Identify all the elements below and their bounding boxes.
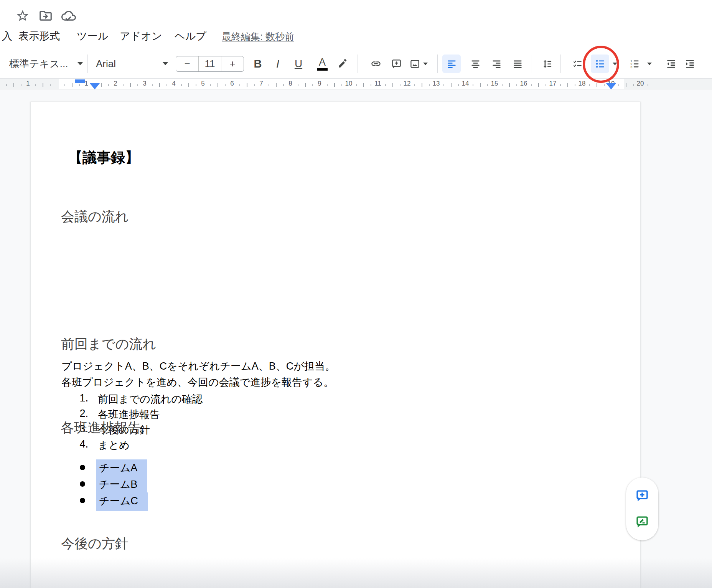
link-icon xyxy=(371,58,381,69)
menu-help[interactable]: ヘルプ xyxy=(175,29,206,43)
paragraph-style-dropdown[interactable]: 標準テキス... xyxy=(9,55,83,73)
font-dropdown[interactable]: Arial xyxy=(96,55,168,73)
decrease-indent-button[interactable] xyxy=(662,55,680,73)
move-folder-icon[interactable] xyxy=(38,8,53,23)
list-text: まとめ xyxy=(98,438,130,452)
ruler-number: 2 xyxy=(114,80,117,88)
underline-button[interactable]: U xyxy=(289,55,308,73)
bold-glyph: B xyxy=(254,58,262,70)
ruler-tick xyxy=(633,84,634,86)
toolbar-divider xyxy=(706,55,706,73)
ruler-tick xyxy=(108,84,109,86)
italic-button[interactable]: I xyxy=(269,55,287,73)
text-color-button[interactable]: A xyxy=(313,55,331,73)
paragraph-line[interactable]: 各班プロジェクトを進め、今回の会議で進捗を報告する。 xyxy=(61,374,334,390)
decrease-font-size-button[interactable]: − xyxy=(176,56,198,71)
ruler-tick xyxy=(363,83,364,87)
bullet-icon xyxy=(80,481,85,487)
menu-format[interactable]: 表示形式 xyxy=(18,29,60,43)
numbered-list-button[interactable]: 123 xyxy=(625,55,644,73)
font-value: Arial xyxy=(96,58,116,70)
ruler-tick xyxy=(181,84,182,86)
ruler-number: 3 xyxy=(143,80,146,88)
add-comment-button[interactable] xyxy=(387,55,405,73)
numbered-list-menu-arrow[interactable] xyxy=(646,55,653,73)
document-page[interactable]: 【議事録】 会議の流れ 1. 前回までの流れの確認 2. 各班進捗報告 3. 今… xyxy=(31,102,640,588)
ruler-number: 14 xyxy=(462,80,469,88)
ruler-tick xyxy=(473,84,473,86)
align-left-button[interactable] xyxy=(442,55,461,73)
ruler-tick xyxy=(429,84,430,86)
ruler-tick xyxy=(239,84,240,86)
align-center-button[interactable] xyxy=(466,55,485,73)
bold-button[interactable]: B xyxy=(249,55,267,73)
justify-button[interactable] xyxy=(508,55,527,73)
ruler-tick xyxy=(567,83,568,87)
ruler[interactable]: 11234567891011121314151617181920 xyxy=(0,78,712,89)
ruler-tick xyxy=(305,83,306,87)
right-indent-marker[interactable] xyxy=(606,83,616,89)
ruler-tick xyxy=(312,84,313,86)
ruler-tick xyxy=(283,84,284,86)
doc-title[interactable]: 【議事録】 xyxy=(68,148,139,167)
ruler-tick xyxy=(159,83,160,87)
chevron-down-icon xyxy=(613,63,617,65)
ruler-tick xyxy=(247,83,247,87)
toolbar-divider xyxy=(358,55,358,73)
highlight-color-button[interactable] xyxy=(334,55,352,73)
insert-link-button[interactable] xyxy=(367,55,385,73)
cloud-check-icon[interactable] xyxy=(61,8,76,23)
menu-tools[interactable]: ツール xyxy=(77,29,108,43)
heading-previous[interactable]: 前回までの流れ xyxy=(61,335,156,353)
insert-image-icon xyxy=(410,59,420,69)
chevron-down-icon xyxy=(77,62,83,65)
ruler-tick xyxy=(152,84,153,86)
ruler-number: 5 xyxy=(201,80,204,88)
ruler-number: 16 xyxy=(520,80,527,88)
ruler-tick xyxy=(101,83,102,87)
ruler-tick xyxy=(385,84,386,86)
increase-indent-button[interactable] xyxy=(681,55,699,73)
ruler-tick xyxy=(35,84,36,86)
ruler-tick xyxy=(269,84,269,86)
menu-addons[interactable]: アドオン xyxy=(120,29,162,43)
menu-insert-partial[interactable]: 入 xyxy=(2,29,12,43)
heading-progress[interactable]: 各班進捗報告 xyxy=(61,419,141,437)
paragraph-line[interactable]: プロジェクトA、B、CをそれぞれチームA、B、Cが担当。 xyxy=(61,358,335,374)
checklist-button[interactable] xyxy=(568,55,587,73)
bulleted-list-button[interactable] xyxy=(591,55,609,73)
add-comment-float-button[interactable] xyxy=(633,487,651,505)
chevron-down-icon xyxy=(163,62,168,65)
align-right-button[interactable] xyxy=(487,55,506,73)
star-icon[interactable] xyxy=(15,8,30,23)
toolbar: 標準テキス... Arial − 11 + B I U A xyxy=(0,49,712,78)
ruler-tick xyxy=(276,83,277,87)
ruler-tick xyxy=(487,84,488,86)
ruler-tick xyxy=(422,83,422,87)
ruler-number: 15 xyxy=(491,80,498,88)
floating-comment-pill xyxy=(626,477,658,540)
ruler-tick xyxy=(502,84,503,86)
ruler-tick xyxy=(72,83,73,87)
ruler-tick xyxy=(538,83,539,87)
suggest-edits-button[interactable] xyxy=(633,513,651,531)
heading-policy[interactable]: 今後の方針 xyxy=(61,535,129,553)
toolbar-divider xyxy=(437,55,438,73)
font-size-value[interactable]: 11 xyxy=(198,56,221,71)
insert-image-button[interactable] xyxy=(404,55,433,73)
ruler-tick xyxy=(225,84,226,86)
first-line-indent-marker[interactable] xyxy=(90,83,100,89)
italic-glyph: I xyxy=(276,58,279,70)
left-indent-marker[interactable] xyxy=(75,79,85,83)
increase-font-size-button[interactable]: + xyxy=(221,56,244,71)
selected-text: チームB xyxy=(96,476,147,494)
bulleted-list-menu-arrow[interactable] xyxy=(611,55,619,73)
last-edit-link[interactable]: 最終編集: 数秒前 xyxy=(222,30,294,43)
heading-agenda[interactable]: 会議の流れ xyxy=(61,208,129,226)
ruler-tick xyxy=(516,84,517,86)
line-spacing-button[interactable] xyxy=(538,55,556,73)
chevron-down-icon xyxy=(423,63,428,65)
ruler-tick xyxy=(626,83,626,87)
ruler-tick xyxy=(618,84,619,86)
ruler-tick xyxy=(210,84,211,86)
